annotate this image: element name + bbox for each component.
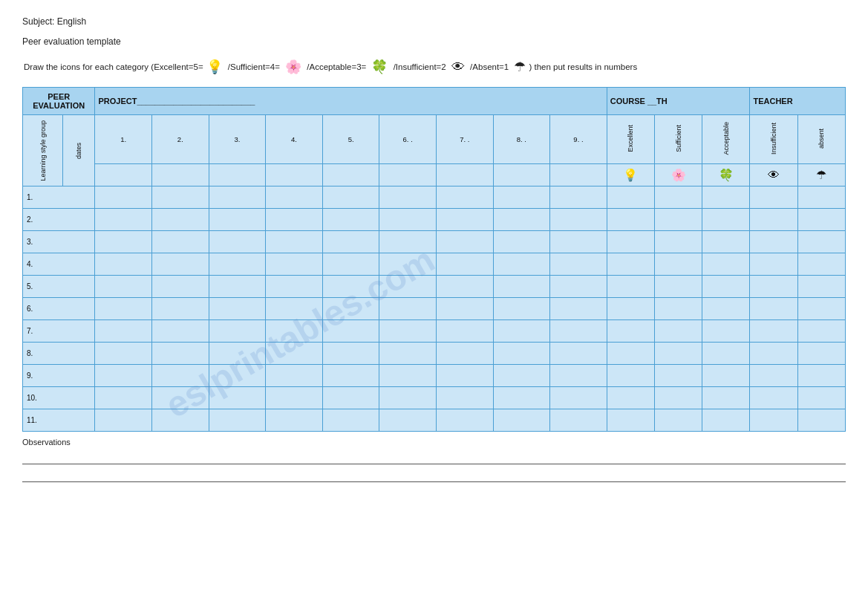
row-6-exc[interactable] bbox=[607, 298, 654, 320]
row-7-c5[interactable] bbox=[322, 320, 379, 343]
row-9-c4[interactable] bbox=[266, 365, 323, 387]
row-4-c3[interactable] bbox=[209, 253, 266, 276]
row-8-c3[interactable] bbox=[209, 343, 266, 365]
row-3-c9[interactable] bbox=[550, 231, 607, 253]
row-9-c5[interactable] bbox=[322, 365, 379, 387]
row-1-c3[interactable] bbox=[209, 186, 266, 209]
row-8-c6[interactable] bbox=[379, 343, 437, 365]
row-5-c9[interactable] bbox=[550, 276, 607, 298]
row-8-c7[interactable] bbox=[436, 343, 493, 365]
row-10-c2[interactable] bbox=[152, 387, 209, 409]
row-9-c2[interactable] bbox=[152, 365, 209, 387]
row-2-c6[interactable] bbox=[379, 209, 437, 231]
row-5-abs[interactable] bbox=[797, 276, 845, 298]
row-1-c7[interactable] bbox=[436, 186, 493, 209]
row-1-c5[interactable] bbox=[322, 186, 379, 209]
row-3-c7[interactable] bbox=[436, 231, 493, 253]
row-10-c7[interactable] bbox=[436, 387, 493, 409]
row-5-c8[interactable] bbox=[493, 276, 550, 298]
row-5-c7[interactable] bbox=[436, 276, 493, 298]
row-7-c9[interactable] bbox=[550, 320, 607, 343]
row-9-c9[interactable] bbox=[550, 365, 607, 387]
row-1-c4[interactable] bbox=[266, 186, 323, 209]
row-9-exc[interactable] bbox=[607, 365, 654, 387]
row-6-c6[interactable] bbox=[379, 298, 437, 320]
row-5-c1[interactable] bbox=[95, 276, 152, 298]
row-5-c4[interactable] bbox=[266, 276, 323, 298]
row-8-ins[interactable] bbox=[750, 343, 797, 365]
row-11-acc[interactable] bbox=[702, 409, 750, 432]
row-11-exc[interactable] bbox=[607, 409, 654, 432]
row-8-exc[interactable] bbox=[607, 343, 654, 365]
row-2-c4[interactable] bbox=[266, 209, 323, 231]
row-10-c1[interactable] bbox=[95, 387, 152, 409]
row-9-acc[interactable] bbox=[702, 365, 750, 387]
row-3-ins[interactable] bbox=[750, 231, 797, 253]
row-6-c4[interactable] bbox=[266, 298, 323, 320]
row-6-ins[interactable] bbox=[750, 298, 797, 320]
row-5-c2[interactable] bbox=[152, 276, 209, 298]
row-7-c2[interactable] bbox=[152, 320, 209, 343]
row-4-c2[interactable] bbox=[152, 253, 209, 276]
row-9-c8[interactable] bbox=[493, 365, 550, 387]
row-2-c7[interactable] bbox=[436, 209, 493, 231]
row-4-abs[interactable] bbox=[797, 253, 845, 276]
row-10-c9[interactable] bbox=[550, 387, 607, 409]
row-9-c1[interactable] bbox=[95, 365, 152, 387]
row-1-suf[interactable] bbox=[655, 186, 702, 209]
row-11-c1[interactable] bbox=[95, 409, 152, 432]
row-8-c4[interactable] bbox=[266, 343, 323, 365]
row-3-exc[interactable] bbox=[607, 231, 654, 253]
row-7-c7[interactable] bbox=[436, 320, 493, 343]
row-9-c6[interactable] bbox=[379, 365, 437, 387]
row-6-acc[interactable] bbox=[702, 298, 750, 320]
row-3-c5[interactable] bbox=[322, 231, 379, 253]
row-4-c9[interactable] bbox=[550, 253, 607, 276]
row-11-abs[interactable] bbox=[797, 409, 845, 432]
row-1-c6[interactable] bbox=[379, 186, 437, 209]
row-10-c5[interactable] bbox=[322, 387, 379, 409]
row-7-c6[interactable] bbox=[379, 320, 437, 343]
row-11-c9[interactable] bbox=[550, 409, 607, 432]
row-6-c3[interactable] bbox=[209, 298, 266, 320]
row-7-suf[interactable] bbox=[655, 320, 702, 343]
row-8-acc[interactable] bbox=[702, 343, 750, 365]
row-5-c3[interactable] bbox=[209, 276, 266, 298]
row-9-abs[interactable] bbox=[797, 365, 845, 387]
row-7-abs[interactable] bbox=[797, 320, 845, 343]
row-5-ins[interactable] bbox=[750, 276, 797, 298]
row-4-c1[interactable] bbox=[95, 253, 152, 276]
row-11-c3[interactable] bbox=[209, 409, 266, 432]
row-2-acc[interactable] bbox=[702, 209, 750, 231]
row-1-exc[interactable] bbox=[607, 186, 654, 209]
row-10-ins[interactable] bbox=[750, 387, 797, 409]
row-7-c8[interactable] bbox=[493, 320, 550, 343]
row-6-c5[interactable] bbox=[322, 298, 379, 320]
row-11-c5[interactable] bbox=[322, 409, 379, 432]
row-1-acc[interactable] bbox=[702, 186, 750, 209]
row-6-c1[interactable] bbox=[95, 298, 152, 320]
row-8-c8[interactable] bbox=[493, 343, 550, 365]
row-3-acc[interactable] bbox=[702, 231, 750, 253]
row-7-ins[interactable] bbox=[750, 320, 797, 343]
row-7-c4[interactable] bbox=[266, 320, 323, 343]
row-9-ins[interactable] bbox=[750, 365, 797, 387]
row-4-c4[interactable] bbox=[266, 253, 323, 276]
row-10-c8[interactable] bbox=[493, 387, 550, 409]
row-10-exc[interactable] bbox=[607, 387, 654, 409]
row-8-abs[interactable] bbox=[797, 343, 845, 365]
row-10-c6[interactable] bbox=[379, 387, 437, 409]
row-3-c6[interactable] bbox=[379, 231, 437, 253]
row-6-c8[interactable] bbox=[493, 298, 550, 320]
row-2-c3[interactable] bbox=[209, 209, 266, 231]
row-11-ins[interactable] bbox=[750, 409, 797, 432]
row-8-c1[interactable] bbox=[95, 343, 152, 365]
row-5-exc[interactable] bbox=[607, 276, 654, 298]
row-9-suf[interactable] bbox=[655, 365, 702, 387]
row-4-c5[interactable] bbox=[322, 253, 379, 276]
row-6-abs[interactable] bbox=[797, 298, 845, 320]
row-4-ins[interactable] bbox=[750, 253, 797, 276]
row-3-c3[interactable] bbox=[209, 231, 266, 253]
row-9-c7[interactable] bbox=[436, 365, 493, 387]
row-6-suf[interactable] bbox=[655, 298, 702, 320]
